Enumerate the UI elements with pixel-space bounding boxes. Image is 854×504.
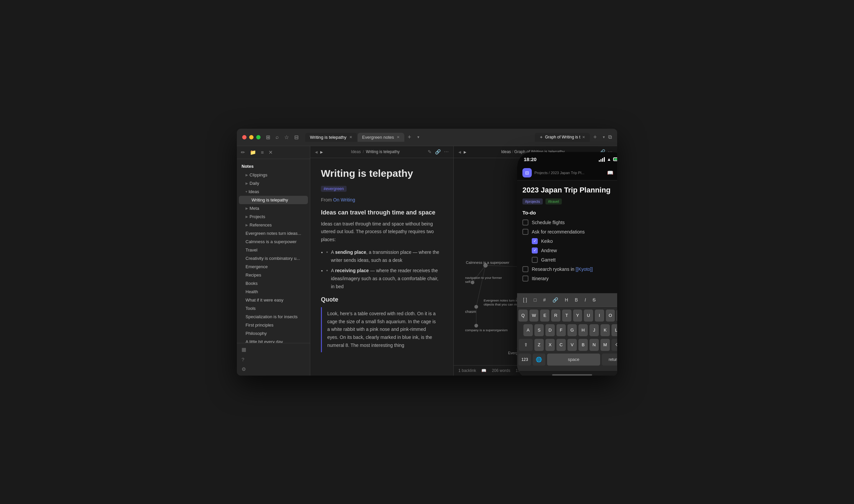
graph-nav-back[interactable]: ◂ bbox=[458, 149, 461, 155]
sidebar-item-specialization[interactable]: Specialization is for insects bbox=[237, 312, 310, 321]
key-d[interactable]: D bbox=[545, 324, 555, 336]
sidebar-icon-panel[interactable]: ▦ bbox=[241, 346, 305, 353]
kb-header-icon[interactable]: H bbox=[563, 296, 570, 304]
key-u[interactable]: U bbox=[584, 309, 593, 322]
key-p[interactable]: P bbox=[617, 309, 617, 322]
key-q[interactable]: Q bbox=[519, 309, 528, 322]
key-globe[interactable]: 🌐 bbox=[533, 354, 545, 365]
key-a[interactable]: A bbox=[523, 324, 533, 336]
key-i[interactable]: I bbox=[595, 309, 604, 322]
split-view-icon[interactable]: ⧉ bbox=[608, 134, 612, 140]
key-l[interactable]: L bbox=[612, 324, 617, 336]
graph-nav-forward[interactable]: ▸ bbox=[464, 149, 466, 155]
key-z[interactable]: Z bbox=[534, 339, 544, 351]
right-tabs-chevron-icon[interactable]: ▾ bbox=[600, 133, 607, 141]
key-space[interactable]: space bbox=[547, 354, 600, 365]
sidebar-icon-settings[interactable]: ⚙ bbox=[241, 366, 305, 372]
sidebar-item-clippings[interactable]: ▶ Clippings bbox=[237, 171, 310, 179]
key-v[interactable]: V bbox=[567, 339, 577, 351]
key-g[interactable]: G bbox=[567, 324, 577, 336]
sidebar-item-evergreen-notes[interactable]: Evergreen notes turn ideas... bbox=[237, 229, 310, 237]
sidebar-item-daily[interactable]: ▶ Daily bbox=[237, 179, 310, 187]
kb-brackets-icon[interactable]: [ ] bbox=[521, 296, 529, 304]
todo-garrett[interactable]: Garrett bbox=[522, 257, 617, 263]
editor-body[interactable]: Writing is telepathy #evergreen From On … bbox=[310, 158, 453, 376]
tab-writing-telepathy[interactable]: Writing is telepathy ✕ bbox=[305, 133, 357, 142]
key-t[interactable]: T bbox=[562, 309, 571, 322]
key-b[interactable]: B bbox=[579, 339, 588, 351]
key-shift[interactable]: ⇧ bbox=[519, 339, 533, 351]
tab-evergreen-notes[interactable]: Evergreen notes ✕ bbox=[358, 133, 404, 142]
key-y[interactable]: Y bbox=[573, 309, 582, 322]
tag-projects[interactable]: #projects bbox=[522, 198, 543, 204]
tab-close-writing[interactable]: ✕ bbox=[349, 135, 352, 140]
todo-checkbox-7[interactable] bbox=[522, 275, 528, 282]
key-return[interactable]: return bbox=[602, 354, 617, 365]
sort-icon[interactable]: ≡ bbox=[261, 149, 264, 156]
kyoto-link[interactable]: [[Kyoto]] bbox=[576, 267, 593, 272]
more-icon[interactable]: ⋯ bbox=[617, 170, 617, 176]
sidebar-item-ideas[interactable]: ▾ Ideas bbox=[237, 187, 310, 196]
link-icon[interactable]: 🔗 bbox=[435, 149, 441, 155]
key-backspace[interactable]: ⌫ bbox=[612, 339, 617, 351]
sidebar-item-books[interactable]: Books bbox=[237, 279, 310, 288]
edit-icon[interactable]: ✎ bbox=[428, 149, 432, 155]
tabs-chevron-icon[interactable]: ▾ bbox=[415, 133, 422, 141]
key-o[interactable]: O bbox=[606, 309, 615, 322]
tab-graph[interactable]: ✦ Graph of Writing is t ✕ bbox=[535, 133, 590, 142]
star-icon[interactable]: ☆ bbox=[284, 134, 289, 140]
sidebar-item-emergence[interactable]: Emergence bbox=[237, 263, 310, 271]
todo-checkbox-1[interactable] bbox=[522, 219, 528, 226]
kb-file-icon[interactable]: □ bbox=[532, 296, 539, 304]
key-k[interactable]: K bbox=[600, 324, 610, 336]
sidebar-item-philosophy[interactable]: Philosophy bbox=[237, 329, 310, 338]
key-h[interactable]: H bbox=[579, 324, 588, 336]
close-button[interactable] bbox=[242, 135, 247, 140]
node-navigation[interactable] bbox=[471, 281, 474, 284]
tab-close-graph[interactable]: ✕ bbox=[582, 135, 585, 140]
iphone-keyboard[interactable]: [ ] □ # 🔗 H B I S Q W E R T Y U I bbox=[517, 293, 617, 376]
sidebar-item-projects[interactable]: ▶ Projects bbox=[237, 213, 310, 221]
sidebar-item-creativity[interactable]: Creativity is combinatory u... bbox=[237, 254, 310, 263]
kb-tag-icon[interactable]: # bbox=[541, 296, 548, 304]
iphone-content[interactable]: 2023 Japan Trip Planning #projects #trav… bbox=[517, 180, 617, 293]
compose-icon[interactable]: ✏ bbox=[241, 149, 245, 156]
sidebar-item-meta[interactable]: ▶ Meta bbox=[237, 204, 310, 213]
search-icon[interactable]: ⌕ bbox=[275, 134, 279, 140]
key-n[interactable]: N bbox=[589, 339, 599, 351]
key-x[interactable]: X bbox=[545, 339, 555, 351]
todo-keiko[interactable]: ✓ Keiko bbox=[522, 238, 617, 244]
todo-itinerary[interactable]: Itinerary bbox=[522, 275, 617, 282]
tab-close-evergreen[interactable]: ✕ bbox=[397, 135, 400, 140]
nav-forward-button[interactable]: ▸ bbox=[320, 149, 323, 155]
todo-checkbox-3[interactable]: ✓ bbox=[532, 238, 538, 244]
folder-icon[interactable]: ⊞ bbox=[266, 134, 270, 140]
key-f[interactable]: F bbox=[557, 324, 566, 336]
node-company[interactable] bbox=[474, 324, 478, 327]
kb-strikethrough-icon[interactable]: S bbox=[590, 296, 598, 304]
todo-checkbox-4[interactable]: ✓ bbox=[532, 248, 538, 253]
node-chasm[interactable] bbox=[474, 305, 478, 308]
todo-ask-recommendations[interactable]: Ask for recommendations bbox=[522, 229, 617, 235]
key-r[interactable]: R bbox=[551, 309, 560, 322]
tag-travel[interactable]: #travel bbox=[545, 198, 562, 204]
todo-research-ryokans[interactable]: Research ryokans in [[Kyoto]] bbox=[522, 266, 617, 272]
sidebar-item-first-principles[interactable]: First principles bbox=[237, 321, 310, 329]
todo-checkbox-5[interactable] bbox=[532, 257, 538, 263]
key-j[interactable]: J bbox=[589, 324, 599, 336]
key-e[interactable]: E bbox=[540, 309, 549, 322]
sidebar-close-icon[interactable]: ✕ bbox=[269, 149, 273, 156]
key-num[interactable]: 123 bbox=[519, 354, 531, 365]
sidebar-item-writing-telepathy[interactable]: Writing is telepathy bbox=[239, 196, 308, 204]
add-tab-button[interactable]: + bbox=[405, 132, 414, 142]
more-options-icon[interactable]: ⋯ bbox=[444, 149, 449, 155]
sidebar-toggle-icon[interactable]: ⊟ bbox=[294, 134, 298, 140]
maximize-button[interactable] bbox=[256, 135, 260, 140]
key-s[interactable]: S bbox=[534, 324, 544, 336]
sidebar-item-calmness[interactable]: Calmness is a superpower bbox=[237, 237, 310, 246]
kb-italic-icon[interactable]: I bbox=[582, 296, 588, 304]
kb-link-icon[interactable]: 🔗 bbox=[550, 296, 560, 304]
todo-schedule-flights[interactable]: Schedule flights bbox=[522, 219, 617, 226]
todo-checkbox-6[interactable] bbox=[522, 266, 528, 272]
sidebar-item-health[interactable]: Health bbox=[237, 288, 310, 296]
